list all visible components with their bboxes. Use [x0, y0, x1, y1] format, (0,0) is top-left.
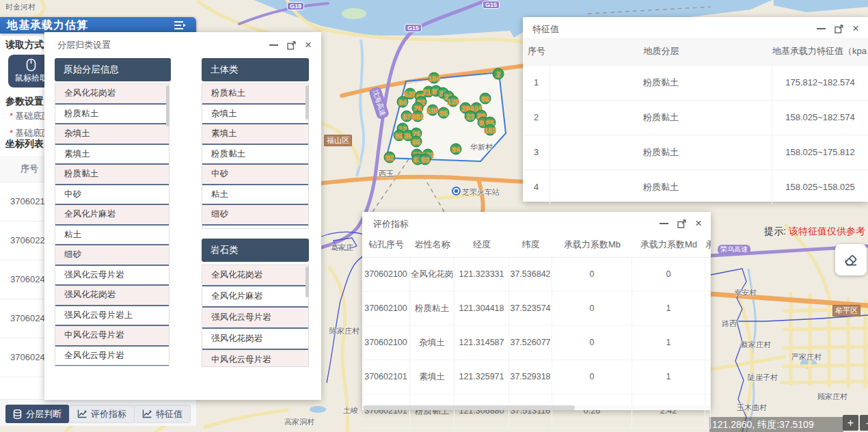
list-item[interactable]: 全风化片麻岩: [55, 205, 169, 226]
map-marker[interactable]: 104: [429, 72, 440, 84]
eraser-icon: [843, 252, 859, 268]
map-marker[interactable]: 65: [411, 136, 422, 148]
map-marker[interactable]: 22: [465, 111, 476, 122]
map-marker[interactable]: 105: [427, 105, 439, 116]
list-item[interactable]: 粘土: [202, 185, 308, 206]
list-item[interactable]: 强风化云母片岩: [55, 266, 169, 286]
table-row[interactable]: 370602101 素填土 121.325971 37.529318 0 1: [362, 360, 711, 394]
scrollbar-thumb[interactable]: [306, 267, 309, 297]
chart-icon: [77, 409, 87, 418]
list-item[interactable]: 中风化云母片岩: [202, 350, 308, 367]
table-row[interactable]: 370602100 粉质粘土 121.304418 37.523574 0 1: [362, 292, 711, 326]
close-icon[interactable]: ×: [695, 219, 702, 228]
list-item[interactable]: 中砂: [202, 165, 308, 185]
list-item[interactable]: 中砂: [55, 185, 169, 206]
maximize-button[interactable]: [677, 219, 686, 228]
maximize-button[interactable]: [287, 40, 296, 49]
eigenvalue-panel: 特征值 × 序号 地质分层 地基承载力特征值（kpa） 1 粉质黏土 175.8…: [523, 17, 868, 202]
minimize-button[interactable]: [269, 44, 278, 46]
panel-title: 特征值: [532, 23, 559, 36]
table-row[interactable]: 370602101 粉质黏土 121.306880 37.513116 0.26…: [362, 394, 711, 429]
mouse-pick-label: 鼠标拾取: [15, 72, 48, 84]
map-marker[interactable]: 94: [450, 144, 462, 155]
list-item[interactable]: 粘土: [55, 226, 169, 246]
rock-class-list: 全风化花岗岩 全风化片麻岩 强风化云母片岩 强风化花岗岩 中风化云母片岩: [202, 265, 309, 367]
table-row[interactable]: 3 粉质黏土 158.025~175.812: [523, 135, 868, 170]
map-marker[interactable]: 93: [420, 154, 431, 165]
evaluation-table: 钻孔序号 岩性名称 经度 纬度 承载力系数Mb 承载力系数Md 承 370602…: [362, 232, 711, 429]
list-item[interactable]: 素填土: [55, 145, 169, 165]
panel-window-controls: ×: [817, 24, 859, 33]
eigenvalue-table: 序号 地质分层 地基承载力特征值（kpa） 1 粉质黏土 175.812~182…: [523, 38, 868, 204]
zoom-in-button[interactable]: +: [843, 415, 858, 431]
list-item[interactable]: 粉质粘土: [202, 84, 308, 105]
required-star: *: [10, 128, 13, 138]
list-item[interactable]: 全风化花岗岩: [55, 84, 169, 105]
database-icon: [13, 409, 22, 419]
horizontal-scrollbar[interactable]: [363, 405, 710, 410]
list-item[interactable]: 强风化云母片岩上: [55, 306, 169, 327]
required-star: *: [10, 111, 13, 121]
layer-judge-button[interactable]: 分层判断: [5, 405, 69, 423]
map-marker[interactable]: 95: [438, 107, 450, 119]
list-item[interactable]: 细砂: [202, 205, 308, 226]
list-item[interactable]: 粉质粘土: [55, 105, 169, 125]
evaluation-label: 评价指标: [91, 408, 126, 420]
soil-class-header: 土体类: [202, 58, 309, 81]
map-marker[interactable]: 2: [493, 68, 504, 80]
map-marker[interactable]: 84: [397, 96, 409, 108]
eigenvalue-button[interactable]: 特征值: [134, 405, 191, 423]
list-item[interactable]: 粉质黏土: [202, 145, 308, 165]
panel-window-controls: ×: [660, 219, 702, 228]
footer-toolbar: 分层判断 评价指标 特征值: [0, 399, 196, 426]
train-station-icon: [452, 187, 461, 195]
minimize-button[interactable]: [660, 223, 668, 224]
scrollbar-thumb[interactable]: [363, 405, 575, 410]
list-item[interactable]: 中风化云母片岩: [55, 326, 169, 347]
map-marker[interactable]: 882: [412, 111, 424, 122]
read-mode-label: 读取方式:: [5, 39, 47, 51]
list-item[interactable]: 杂填土: [202, 105, 308, 125]
list-item[interactable]: 强风化花岗岩: [55, 286, 169, 306]
table-row[interactable]: 2 粉质黏土 158.025~182.574: [523, 100, 868, 135]
list-item[interactable]: 强风化云母片岩: [202, 308, 308, 329]
collapse-menu-icon[interactable]: [173, 20, 187, 33]
list-item[interactable]: 全风化片麻岩: [202, 286, 308, 308]
table-row[interactable]: 4 粉质黏土 158.025~158.025: [523, 170, 868, 204]
chart-icon: [142, 409, 152, 418]
list-item[interactable]: 杂填土: [55, 124, 169, 145]
list-item[interactable]: 粉质黏土: [55, 165, 169, 185]
map-marker[interactable]: 96: [480, 93, 491, 105]
table-row[interactable]: 1 粉质黏土 175.812~182.574: [523, 65, 868, 100]
param-settings-label: 参数设置:: [5, 96, 47, 108]
close-icon[interactable]: ×: [305, 40, 312, 49]
layer-judge-label: 分层判断: [26, 408, 62, 420]
list-item[interactable]: 素填土: [202, 124, 308, 145]
list-item[interactable]: 全风化花岗岩: [202, 265, 308, 286]
map-marker[interactable]: 103: [485, 124, 496, 136]
list-item[interactable]: 细砂: [55, 245, 169, 266]
eigenvalue-label: 特征值: [156, 408, 182, 420]
soil-class-list: 粉质粘土 杂填土 素填土 粉质黏土 中砂 粘土 细砂 强风化云母片岩上: [202, 83, 309, 229]
eraser-button[interactable]: [835, 244, 867, 275]
evaluation-button[interactable]: 评价指标: [69, 405, 135, 423]
scrollbar-thumb[interactable]: [306, 85, 309, 120]
list-item[interactable]: 强风化花岗岩: [202, 329, 308, 350]
minimize-button[interactable]: [817, 28, 826, 29]
map-coordinates-status: 121.2860, 纬度:37.5109: [709, 417, 843, 432]
close-icon[interactable]: ×: [852, 24, 859, 33]
table-row[interactable]: 370602100 全风化花岗 121.323331 37.536842 0 0: [362, 258, 711, 292]
dialog-title: 分层归类设置: [57, 39, 111, 51]
list-item[interactable]: 强风化云母片岩上: [202, 226, 308, 230]
table-row[interactable]: 370602100 杂填土 121.314587 37.526077 0 1: [362, 326, 711, 360]
app-header: 地基承载力估算: [0, 17, 196, 33]
panel-title: 评价指标: [373, 218, 409, 230]
table-header-row: 序号 地质分层 地基承载力特征值（kpa）: [523, 38, 868, 65]
maximize-button[interactable]: [835, 24, 843, 33]
list-item[interactable]: 全风化云母片岩: [55, 347, 169, 367]
scrollbar-thumb[interactable]: [166, 85, 169, 126]
map-marker[interactable]: 120: [448, 96, 459, 107]
zoom-out-button[interactable]: -: [860, 415, 868, 431]
map-marker[interactable]: 92: [384, 152, 396, 163]
classify-dialog: 分层归类设置 × 原始分层信息 全风化花岗岩 粉质粘土 杂填土 素填土 粉质黏土…: [44, 32, 321, 400]
